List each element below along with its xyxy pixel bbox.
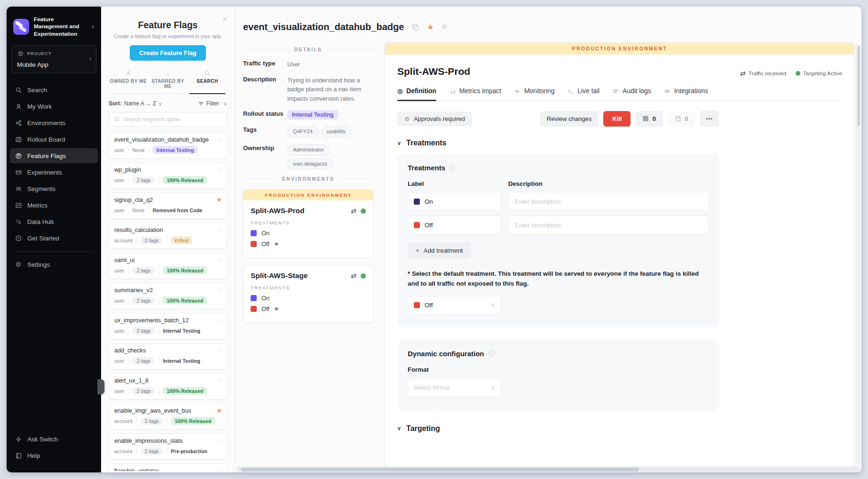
sidebar-item-experiments[interactable]: Experiments: [10, 165, 98, 180]
star-icon[interactable]: ★: [216, 196, 222, 203]
tab-live-tail[interactable]: Live tail: [567, 88, 600, 101]
label-column-header: Label: [408, 180, 501, 187]
gear-icon[interactable]: ⚙: [442, 23, 448, 31]
production-environment-banner: PRODUCTION ENVIRONMENT: [385, 43, 854, 55]
sidebar-item-search[interactable]: Search: [10, 82, 98, 97]
default-treatment-select[interactable]: Off ∨: [408, 296, 501, 315]
workspace-switcher[interactable]: Feature Management and Experimentation ∨: [7, 14, 101, 45]
data-dots-icon: [15, 218, 22, 225]
info-icon: i: [449, 165, 456, 171]
traffic-arrows-icon: ⇄: [351, 207, 356, 215]
list-item[interactable]: summaries_v2 user2 tags100% Released ☆: [109, 283, 227, 309]
sidebar-item-environments[interactable]: Environments: [10, 115, 98, 130]
star-icon[interactable]: ☆: [216, 226, 222, 233]
sidebar-item-ask-switch[interactable]: Ask Switch: [10, 432, 98, 447]
horizontal-scrollbar-thumb[interactable]: [241, 468, 639, 471]
add-treatment-button[interactable]: + Add treatment: [408, 242, 471, 259]
flag-details-panel: DETAILS Traffic type User Description Tr…: [235, 42, 385, 472]
kill-button[interactable]: Kill: [603, 111, 631, 127]
chart-icon: [15, 201, 22, 209]
sidebar-item-my-work[interactable]: My Work: [10, 99, 98, 114]
star-icon[interactable]: ☆: [216, 347, 222, 354]
treatment-color-off: [251, 306, 257, 312]
filter-button[interactable]: Filter ∨: [198, 100, 227, 107]
sidebar-item-metrics[interactable]: Metrics: [10, 198, 98, 213]
more-options-button[interactable]: •••: [700, 111, 719, 127]
flag-search-input[interactable]: [123, 116, 222, 123]
tab-integrations[interactable]: Integrations: [664, 88, 708, 101]
sidebar-nav: Search My Work Environments Rollout Boar…: [7, 82, 101, 247]
schedule-count-button[interactable]: 0: [668, 111, 695, 127]
list-item[interactable]: signup_cta_q2 userNoneRemoved from Code …: [109, 192, 227, 219]
star-icon[interactable]: ☆: [216, 136, 222, 143]
project-selector[interactable]: PROJECT Mobile App ›: [11, 45, 96, 73]
people-icon: [15, 185, 22, 192]
horizontal-scrollbar[interactable]: [237, 466, 860, 472]
treatment-description-input[interactable]: [508, 192, 709, 211]
tab-monitoring[interactable]: Monitoring: [514, 88, 554, 101]
list-item[interactable]: flagship_updates account2 tagsKilled ☆: [109, 463, 227, 471]
list-item[interactable]: alert_ux_1_8 user2 tags100% Released ☆: [109, 373, 227, 399]
panel-collapse-handle[interactable]: [97, 379, 104, 394]
format-select[interactable]: Select format ∨: [408, 378, 501, 397]
list-item[interactable]: event_visualization_datahub_badge userNo…: [109, 132, 227, 159]
sidebar-item-settings[interactable]: ⚙ Settings: [10, 257, 98, 272]
treatment-label-input[interactable]: Off: [408, 216, 501, 234]
star-icon[interactable]: ☆: [216, 437, 222, 444]
sidebar-item-help[interactable]: Help: [10, 448, 98, 463]
segments-count-button[interactable]: 0: [635, 111, 663, 127]
star-icon[interactable]: ☆: [216, 256, 222, 263]
create-feature-flag-button[interactable]: Create Feature Flag: [130, 45, 205, 61]
tab-metrics-impact[interactable]: Metrics impact: [449, 88, 501, 101]
sort-value[interactable]: Name A → Z: [124, 100, 156, 107]
sidebar-item-data-hub[interactable]: Data Hub: [10, 214, 98, 229]
tab-owned-by-me[interactable]: OWNED BY ME: [109, 69, 148, 94]
star-icon[interactable]: ★: [216, 407, 222, 414]
vertical-scrollbar[interactable]: [856, 44, 860, 465]
sidebar-item-rollout-board[interactable]: Rollout Board: [10, 132, 98, 147]
environment-card-prod[interactable]: PRODUCTION ENVIRONMENT Split-AWS-Prod ⇄ …: [243, 189, 373, 258]
tab-audit-logs[interactable]: Audit logs: [612, 88, 651, 101]
sidebar-item-feature-flags[interactable]: Feature Flags: [10, 148, 98, 163]
star-icon[interactable]: ☆: [216, 317, 222, 324]
tab-search[interactable]: SEARCH: [188, 69, 227, 94]
share-nodes-icon: [15, 119, 22, 127]
feature-flags-panel: × Feature Flags Create a feature flag or…: [101, 7, 235, 472]
chevron-down-icon: ∨: [491, 384, 495, 391]
traffic-type-label: Traffic type: [243, 60, 287, 69]
page-title: event_visualization_datahub_badge: [243, 22, 404, 32]
list-item[interactable]: wp_plugin user2 tags100% Released ☆: [109, 162, 227, 189]
flags-tab-bar: OWNED BY ME ☆ STARRED BY ME SEARCH: [109, 69, 227, 94]
star-icon[interactable]: ☆: [216, 467, 222, 471]
list-item[interactable]: saml_ui user2 tags100% Released ☆: [109, 253, 227, 279]
status-badge: Internal Testing: [163, 327, 200, 335]
list-item[interactable]: ux_improvements_batch_12 user2 tagsInter…: [109, 313, 227, 339]
star-icon[interactable]: ☆: [216, 287, 222, 294]
star-icon[interactable]: ☆: [216, 166, 222, 173]
tab-definition[interactable]: ◎ Definition: [397, 88, 436, 101]
sidebar-item-segments[interactable]: Segments: [10, 181, 98, 196]
sidebar-item-get-started[interactable]: Get Started: [10, 231, 98, 246]
treatments-section-header[interactable]: ∨ Treatments: [397, 139, 842, 147]
list-item[interactable]: enable_imgr_aws_event_bus account2 tags1…: [109, 403, 227, 430]
star-icon[interactable]: ☆: [216, 377, 222, 384]
close-icon[interactable]: ×: [222, 15, 227, 23]
list-item[interactable]: add_checks user2 tagsInternal Testing ☆: [109, 343, 227, 369]
star-icon[interactable]: ★: [427, 23, 434, 32]
treatment-label-input[interactable]: On: [408, 192, 501, 211]
list-item[interactable]: enable_impressions_stats account2 tagsPr…: [109, 433, 227, 460]
treatments-card-title: Treatments: [408, 164, 445, 172]
approvals-required-chip[interactable]: ⊘ Approvals required: [397, 112, 472, 126]
environment-card-stage[interactable]: Split-AWS-Stage ⇄ TREATMENTS On Off✳: [243, 265, 373, 323]
list-item[interactable]: results_calculation account2 tagsKilled …: [109, 223, 227, 249]
treatment-description-input[interactable]: [508, 216, 709, 234]
chevron-down-icon: ∨: [91, 24, 95, 29]
tab-starred-by-me[interactable]: ☆ STARRED BY ME: [148, 69, 188, 94]
copy-icon[interactable]: [411, 23, 419, 31]
targeting-section-header[interactable]: ∨ Targeting: [397, 424, 842, 433]
app-window: Feature Management and Experimentation ∨…: [7, 7, 861, 472]
review-changes-button[interactable]: Review changes: [540, 111, 599, 127]
search-icon: [15, 86, 22, 94]
vertical-scrollbar-thumb[interactable]: [857, 46, 860, 126]
sparkle-icon: [15, 436, 22, 443]
